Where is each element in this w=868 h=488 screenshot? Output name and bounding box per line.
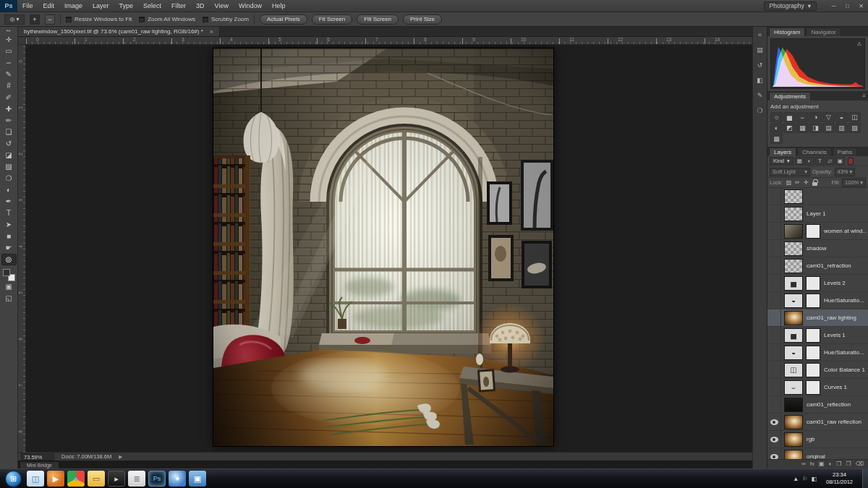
- layer-filter-kind-dropdown[interactable]: Kind ▾: [770, 157, 793, 165]
- layer-thumbnail[interactable]: [784, 241, 803, 256]
- layer-row-women-at-window[interactable]: women at wind...: [767, 223, 868, 240]
- tool-eyedropper[interactable]: ✐: [1, 92, 17, 103]
- visibility-toggle[interactable]: [767, 275, 781, 291]
- filter-smart-objects-icon[interactable]: ▣: [835, 157, 845, 165]
- layer-thumbnail[interactable]: ◒: [784, 294, 803, 308]
- minimize-button[interactable]: ─: [827, 0, 841, 12]
- layer-row-layer-1[interactable]: Layer 1: [767, 205, 868, 223]
- tray-expand-icon[interactable]: ▲: [793, 476, 799, 482]
- filter-type-layers-icon[interactable]: T: [815, 157, 825, 165]
- panel-tab[interactable]: Histogram: [769, 27, 805, 36]
- delete-layer-icon[interactable]: ⌫: [856, 461, 864, 467]
- adjustment-photo-filter-icon[interactable]: ◩: [783, 123, 796, 133]
- layer-thumbnail[interactable]: ◒: [784, 346, 803, 360]
- layer-thumbnail[interactable]: [784, 311, 803, 325]
- layer-effects-icon[interactable]: fx: [810, 461, 814, 467]
- adjustment-gradient-map-icon[interactable]: ▧: [848, 123, 861, 133]
- screen-mode-button[interactable]: ◱: [1, 293, 17, 304]
- tool-pen[interactable]: ✒: [1, 196, 17, 207]
- tool-dodge[interactable]: ◐: [1, 184, 17, 196]
- layer-thumbnail[interactable]: [784, 259, 803, 273]
- layer-filter-switch[interactable]: [848, 158, 854, 165]
- tool-lasso[interactable]: ∽: [1, 57, 17, 69]
- layer-thumbnail[interactable]: [784, 450, 803, 460]
- layer-row-hue-saturation-2[interactable]: ◒ Hue/Saturatio...: [767, 292, 868, 309]
- adjustment-selective-color-icon[interactable]: ▩: [770, 134, 783, 144]
- expand-panels-icon[interactable]: «: [754, 30, 766, 39]
- new-group-icon[interactable]: ❒: [836, 461, 841, 467]
- filter-pixel-layers-icon[interactable]: ▦: [795, 157, 804, 165]
- panel-tab[interactable]: Navigator: [806, 27, 841, 36]
- restore-button[interactable]: □: [841, 0, 854, 12]
- visibility-toggle[interactable]: [767, 223, 781, 239]
- clone-source-panel-icon[interactable]: ❍: [754, 106, 766, 115]
- menu-item[interactable]: Window: [234, 0, 267, 12]
- workspace-switcher[interactable]: Photography ▾: [764, 1, 817, 11]
- layer-thumbnail[interactable]: ◫: [784, 363, 803, 377]
- masks-panel-icon[interactable]: ◧: [754, 75, 766, 85]
- menu-item[interactable]: View: [210, 0, 234, 12]
- adjustment-hue-saturation-icon[interactable]: ◒: [835, 112, 848, 122]
- visibility-toggle[interactable]: [767, 257, 781, 274]
- panel-tab[interactable]: Layers: [769, 147, 796, 156]
- vertical-ruler[interactable]: 012345678: [18, 45, 26, 452]
- adjustment-black-white-icon[interactable]: ◐: [770, 123, 783, 133]
- taskbar-notepad-icon[interactable]: ≣: [128, 471, 145, 487]
- properties-panel-icon[interactable]: ▤: [754, 45, 766, 54]
- taskbar-image-viewer-icon[interactable]: ▣: [189, 471, 206, 487]
- layer-row-color-balance-1[interactable]: ◫ Color Balance 1: [767, 361, 868, 379]
- layer-row-rgb[interactable]: rgb: [767, 431, 868, 448]
- layer-thumbnail[interactable]: [784, 189, 803, 204]
- layer-row-cam01-raw-reflection[interactable]: cam01_raw reflection: [767, 414, 868, 431]
- layer-row-levels-2[interactable]: ▅ Levels 2: [767, 275, 868, 292]
- taskbar-media-player-icon[interactable]: ▶: [47, 471, 64, 487]
- layer-row-hue-saturation-1[interactable]: ◒ Hue/Saturatio...: [767, 344, 868, 361]
- tool-path-selection[interactable]: ➤: [1, 219, 17, 231]
- visibility-toggle[interactable]: [767, 188, 781, 205]
- new-adjustment-layer-icon[interactable]: ◐: [829, 461, 833, 467]
- layer-thumbnail[interactable]: ▅: [784, 328, 803, 343]
- taskbar-clock[interactable]: 23:34 08/11/2012: [821, 471, 858, 486]
- mini-bridge-tab[interactable]: Mini Bridge: [20, 461, 59, 468]
- taskbar-safari-icon[interactable]: ✦: [169, 471, 186, 487]
- layer-mask-thumbnail[interactable]: [806, 363, 820, 377]
- tool-quick-selection[interactable]: ✎: [1, 69, 17, 80]
- status-flyout-icon[interactable]: ▶: [119, 454, 122, 460]
- layer-row-cam01-refraction[interactable]: cam01_refraction: [767, 257, 868, 275]
- layer-thumbnail[interactable]: [784, 398, 803, 412]
- layer-row-shadow[interactable]: shadow: [767, 240, 868, 257]
- checkbox-resize-windows-to-fit[interactable]: Resize Windows to Fit: [66, 16, 132, 22]
- tool-clone-stamp[interactable]: ❏: [1, 127, 17, 138]
- checkbox-scrubby-zoom[interactable]: Scrubby Zoom: [203, 16, 249, 22]
- visibility-toggle[interactable]: [767, 327, 781, 343]
- panel-tab[interactable]: Paths: [833, 147, 857, 156]
- fill-field[interactable]: 100% ▾: [842, 179, 866, 187]
- add-layer-mask-icon[interactable]: ▣: [819, 461, 825, 467]
- new-layer-icon[interactable]: ❐: [846, 461, 851, 467]
- document-tab[interactable]: bythewindow_1500pixel.tif @ 73.6% (cam01…: [18, 27, 220, 36]
- layer-row-levels-1[interactable]: ▅ Levels 1: [767, 327, 868, 344]
- checkbox-zoom-all-windows[interactable]: Zoom All Windows: [139, 16, 195, 22]
- tool-brush[interactable]: ✏: [1, 115, 17, 127]
- layer-thumbnail[interactable]: [784, 207, 803, 221]
- zoom-level-field[interactable]: 73.59%: [21, 453, 54, 461]
- filter-adjustment-layers-icon[interactable]: ◐: [805, 157, 814, 165]
- tool-crop[interactable]: #: [1, 80, 17, 92]
- layer-mask-thumbnail[interactable]: [806, 224, 820, 239]
- layer-row-curves-1[interactable]: ⌣ Curves 1: [767, 379, 868, 396]
- layer-thumbnail[interactable]: [784, 432, 803, 447]
- menu-item[interactable]: Layer: [88, 0, 114, 12]
- taskbar-chrome-icon[interactable]: ●: [67, 471, 85, 487]
- layer-mask-thumbnail[interactable]: [806, 294, 820, 308]
- layer-row-original[interactable]: original: [767, 448, 868, 459]
- tool-gradient[interactable]: ▨: [1, 161, 17, 173]
- button-actual-pixels[interactable]: Actual Pixels: [260, 14, 307, 25]
- adjustment-vibrance-icon[interactable]: ▽: [822, 112, 835, 122]
- layer-row-clipped-top[interactable]: [767, 188, 868, 205]
- visibility-toggle[interactable]: [767, 414, 781, 430]
- visibility-toggle[interactable]: [767, 309, 781, 326]
- tool-preset-picker[interactable]: ◎ ▾: [4, 14, 25, 25]
- ruler-origin[interactable]: [18, 37, 26, 45]
- photo-canvas[interactable]: [213, 48, 553, 446]
- close-tab-icon[interactable]: ×: [210, 28, 213, 35]
